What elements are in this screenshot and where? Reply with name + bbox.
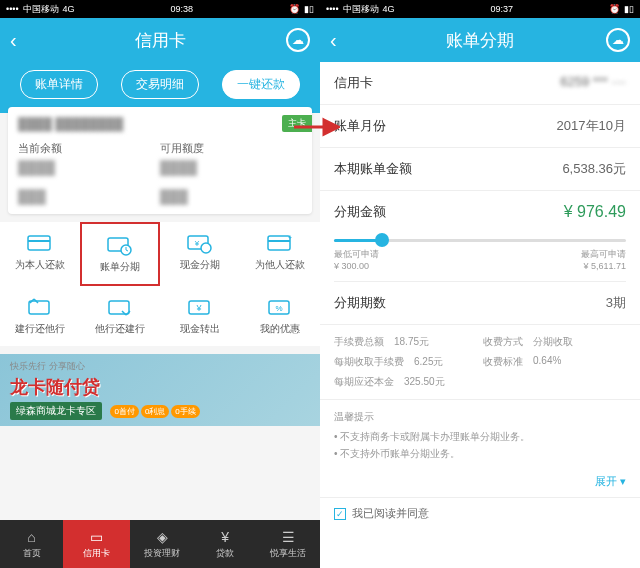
feature-grid: 为本人还款 账单分期 ¥ 现金分期 + 为他人还款 建行还他行 他行还建行 ¥ … xyxy=(0,222,320,346)
agree-checkbox[interactable]: ✓ xyxy=(334,508,346,520)
available-value: ████ xyxy=(160,160,302,175)
slider-thumb[interactable] xyxy=(375,233,389,247)
balance-value: ████ xyxy=(18,160,160,175)
carrier: 中国移动 xyxy=(23,3,59,16)
fee-details: 手续费总额18.75元 收费方式分期收取 每期收取手续费6.25元 收费标准0.… xyxy=(320,325,640,400)
life-icon: ☰ xyxy=(282,529,295,545)
clock: 09:37 xyxy=(491,4,514,14)
left-screen: •••• 中国移动 4G 09:38 ⏰ ▮▯ ‹ 信用卡 ☁ 账单详情 交易明… xyxy=(0,0,320,568)
header: ‹ 信用卡 ☁ xyxy=(0,18,320,62)
installment-icon xyxy=(106,234,134,256)
back-icon[interactable]: ‹ xyxy=(10,29,17,52)
svg-text:+: + xyxy=(288,234,292,241)
offers-icon: % xyxy=(266,296,294,318)
warm-tips: 温馨提示 • 不支持商务卡或附属卡办理账单分期业务。 • 不支持外币账单分期业务… xyxy=(320,400,640,474)
feature-cash-out[interactable]: ¥ 现金转出 xyxy=(160,286,240,346)
transfer-in-icon xyxy=(106,296,134,318)
top-tabs: 账单详情 交易明细 一键还款 xyxy=(0,62,320,113)
carrier: 中国移动 xyxy=(343,3,379,16)
agree-row[interactable]: ✓ 我已阅读并同意 xyxy=(320,497,640,529)
battery-icon: ▮▯ xyxy=(304,4,314,14)
back-icon[interactable]: ‹ xyxy=(330,29,337,52)
feature-repay-other[interactable]: + 为他人还款 xyxy=(240,222,320,286)
cash-out-icon: ¥ xyxy=(186,296,214,318)
card-number-masked: ████ ████████ xyxy=(18,117,302,131)
transfer-out-icon xyxy=(26,296,54,318)
detail-content: 信用卡 6259 *** ···· 账单月份 2017年10月 本期账单金额 6… xyxy=(320,62,640,568)
tab-transactions[interactable]: 交易明细 xyxy=(121,70,199,99)
svg-point-6 xyxy=(201,243,211,253)
svg-text:¥: ¥ xyxy=(194,239,200,248)
home-icon: ⌂ xyxy=(27,529,35,545)
row-card[interactable]: 信用卡 6259 *** ···· xyxy=(320,62,640,105)
banner-subtitle: 绿森商城龙卡专区 xyxy=(10,402,102,420)
svg-rect-10 xyxy=(29,301,49,314)
card-number: 6259 *** ···· xyxy=(560,74,626,92)
row-install-amount: 分期金额 ¥ 976.49 xyxy=(320,191,640,233)
feature-label: 现金分期 xyxy=(180,258,220,272)
masked-field: ███ xyxy=(18,189,160,204)
alarm-icon: ⏰ xyxy=(289,4,300,14)
status-bar: •••• 中国移动 4G 09:37 ⏰ ▮▯ xyxy=(320,0,640,18)
expand-button[interactable]: 展开 ▾ xyxy=(320,474,640,497)
feature-label: 我的优惠 xyxy=(260,322,300,336)
feature-label: 建行还他行 xyxy=(15,322,65,336)
svg-text:%: % xyxy=(275,304,282,313)
bill-amount: 6,538.36元 xyxy=(562,160,626,178)
svg-rect-11 xyxy=(109,301,129,314)
network: 4G xyxy=(63,4,75,14)
feature-repay-self[interactable]: 为本人还款 xyxy=(0,222,80,286)
tab-bill-detail[interactable]: 账单详情 xyxy=(20,70,98,99)
alarm-icon: ⏰ xyxy=(609,4,620,14)
masked-field: ███ xyxy=(160,189,302,204)
feature-cash-installment[interactable]: ¥ 现金分期 xyxy=(160,222,240,286)
bottom-nav: ⌂首页 ▭信用卡 ◈投资理财 ¥贷款 ☰悦享生活 xyxy=(0,520,320,568)
page-title: 信用卡 xyxy=(135,29,186,52)
right-screen: •••• 中国移动 4G 09:37 ⏰ ▮▯ ‹ 账单分期 ☁ 信用卡 625… xyxy=(320,0,640,568)
header: ‹ 账单分期 ☁ xyxy=(320,18,640,62)
feature-bill-installment[interactable]: 账单分期 xyxy=(80,222,160,286)
help-icon[interactable]: ☁ xyxy=(606,28,630,52)
period-value: 3期 xyxy=(606,294,626,312)
card-icon xyxy=(26,232,54,254)
network: 4G xyxy=(383,4,395,14)
amount-slider[interactable]: 最低可申请¥ 300.00 最高可申请¥ 5,611.71 xyxy=(320,233,640,282)
nav-invest[interactable]: ◈投资理财 xyxy=(130,520,193,568)
row-amount: 本期账单金额 6,538.36元 xyxy=(320,148,640,191)
svg-text:¥: ¥ xyxy=(195,303,202,313)
tutorial-arrow xyxy=(294,108,340,145)
svg-rect-0 xyxy=(28,236,50,250)
nav-loan[interactable]: ¥贷款 xyxy=(194,520,257,568)
promo-banner[interactable]: 快乐先行 分享随心 龙卡随付贷 绿森商城龙卡专区 0首付 0利息 0手续 xyxy=(0,354,320,426)
svg-rect-7 xyxy=(268,236,290,250)
row-month: 账单月份 2017年10月 xyxy=(320,105,640,148)
feature-label: 为他人还款 xyxy=(255,258,305,272)
row-periods[interactable]: 分期期数 3期 xyxy=(320,282,640,325)
feature-other-to-ccb[interactable]: 他行还建行 xyxy=(80,286,160,346)
nav-life[interactable]: ☰悦享生活 xyxy=(257,520,320,568)
feature-label: 现金转出 xyxy=(180,322,220,336)
banner-tagline: 快乐先行 分享随心 xyxy=(10,360,310,373)
clock: 09:38 xyxy=(171,4,194,14)
status-bar: •••• 中国移动 4G 09:38 ⏰ ▮▯ xyxy=(0,0,320,18)
cash-installment-icon: ¥ xyxy=(186,232,214,254)
loan-icon: ¥ xyxy=(221,529,229,545)
signal-icon: •••• xyxy=(6,4,19,14)
feature-label: 他行还建行 xyxy=(95,322,145,336)
available-label: 可用额度 xyxy=(160,141,302,156)
balance-label: 当前余额 xyxy=(18,141,160,156)
invest-icon: ◈ xyxy=(157,529,168,545)
feature-label: 账单分期 xyxy=(100,260,140,274)
tab-repay[interactable]: 一键还款 xyxy=(222,70,300,99)
card-summary: 主卡 ████ ████████ 当前余额 ████ 可用额度 ████ ███… xyxy=(8,107,312,214)
bill-month: 2017年10月 xyxy=(557,117,626,135)
nav-home[interactable]: ⌂首页 xyxy=(0,520,63,568)
page-title: 账单分期 xyxy=(446,29,514,52)
help-icon[interactable]: ☁ xyxy=(286,28,310,52)
banner-pills: 0首付 0利息 0手续 xyxy=(110,405,199,418)
feature-ccb-to-other[interactable]: 建行还他行 xyxy=(0,286,80,346)
feature-label: 为本人还款 xyxy=(15,258,65,272)
card-others-icon: + xyxy=(266,232,294,254)
feature-my-offers[interactable]: % 我的优惠 xyxy=(240,286,320,346)
nav-credit-card[interactable]: ▭信用卡 xyxy=(63,520,130,568)
